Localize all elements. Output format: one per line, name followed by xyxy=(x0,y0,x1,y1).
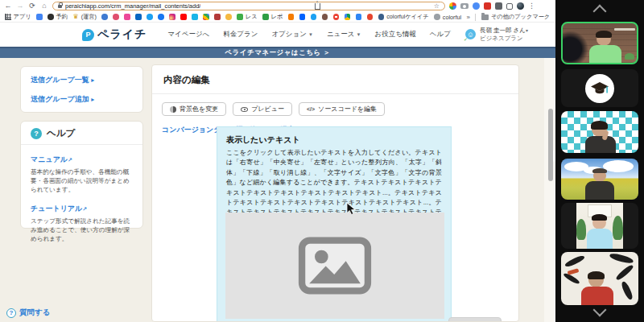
scroll-down-icon[interactable] xyxy=(593,303,607,317)
graduation-cap-icon xyxy=(590,80,609,97)
bookmark-favicon-brown[interactable] xyxy=(322,14,328,20)
forward-icon[interactable]: → xyxy=(16,2,24,10)
user-avatar: ☺ xyxy=(465,29,476,39)
home-icon[interactable]: ⌂ xyxy=(40,2,48,10)
url-text[interactable]: peraichiapp.com/crm_manager/mail_content… xyxy=(65,2,200,10)
chevron-down-icon: ▾ xyxy=(526,28,528,33)
preview-button[interactable]: プレビュー xyxy=(233,102,292,116)
bookmarks-overflow-icon[interactable]: » xyxy=(467,14,470,21)
bookmark-favicon-maps[interactable] xyxy=(333,14,340,20)
bookmark-favicon-blue-app[interactable] xyxy=(36,14,43,20)
nav-item-mypage[interactable]: マイページへ xyxy=(167,30,209,39)
user-name: 長嶺 圭一郎 さん xyxy=(480,27,526,34)
bookmark-favicon-p-pink[interactable] xyxy=(124,14,130,20)
ink-stroke xyxy=(609,252,634,264)
sidebar-item-group-add[interactable]: 送信グループ追加 ▸ xyxy=(31,94,133,105)
participant-video-6[interactable] xyxy=(561,252,638,305)
extensions-puzzle-icon[interactable] xyxy=(495,2,502,10)
plant-shape xyxy=(625,53,634,60)
chevron-down-icon: ▼ xyxy=(356,32,361,37)
participant-video-2[interactable] xyxy=(561,69,638,107)
bookmark-favicon-linkedin[interactable] xyxy=(135,14,142,20)
extension-camera-icon[interactable] xyxy=(460,3,469,9)
mouse-cursor xyxy=(346,202,356,216)
edit-source-button[interactable]: </>ソースコードを編集 xyxy=(299,102,385,116)
scrollbar-track[interactable] xyxy=(544,58,555,322)
nav-item-options[interactable]: オプション▼ xyxy=(271,30,312,39)
participant-video-4[interactable] xyxy=(561,159,638,200)
participant-head xyxy=(592,216,606,229)
bookmark-favicon-flower[interactable] xyxy=(113,14,119,20)
bookmark-favicon-bee[interactable] xyxy=(225,14,232,20)
user-plan-badge: ビジネスプラン xyxy=(480,35,528,43)
share-icon[interactable] xyxy=(315,3,320,10)
external-link-icon: ↗ xyxy=(82,206,87,213)
peraichi-logo[interactable]: P ペライチ xyxy=(82,27,147,42)
refresh-icon[interactable]: ⟳ xyxy=(28,2,36,10)
bookmark-favicon-twitter[interactable] xyxy=(147,14,153,20)
external-link-icon: ↗ xyxy=(68,157,72,163)
extension-red-icon[interactable] xyxy=(484,2,491,10)
scrollbar-thumb[interactable] xyxy=(548,109,553,181)
page-title: 内容の編集 xyxy=(152,65,518,94)
plant-shape xyxy=(613,216,623,240)
bookmark-favicon-gmail[interactable] xyxy=(203,14,209,20)
bookmark-colorful[interactable]: colorful xyxy=(434,14,461,21)
bookmark-res[interactable]: レス xyxy=(237,13,257,21)
profile-avatar[interactable] xyxy=(517,2,524,10)
participant-video-1[interactable] xyxy=(561,22,638,64)
dark-chair-shape xyxy=(561,31,588,64)
bookmark-favicon-orange[interactable] xyxy=(288,14,295,20)
nav-item-news[interactable]: ニュース▼ xyxy=(327,30,361,39)
bookmark-favicon-drive[interactable] xyxy=(345,14,351,20)
partial-button[interactable] xyxy=(448,317,502,322)
bookmark-favicon-loop[interactable] xyxy=(367,14,374,20)
change-background-button[interactable]: 背景色を変更 xyxy=(162,102,226,116)
code-icon: </> xyxy=(307,106,315,112)
bookmark-favicon-circle-blue[interactable] xyxy=(101,14,108,20)
participant-video-3[interactable] xyxy=(561,111,638,153)
bookmark-wordpress-site[interactable]: colorfulケイイチ xyxy=(378,13,429,21)
bookmark-favicon-red-badge[interactable] xyxy=(214,14,221,20)
tutorial-link[interactable]: チュートリアル↗ xyxy=(31,204,87,213)
bookmark-favicon-docs[interactable] xyxy=(356,14,362,20)
video-frame xyxy=(576,203,623,249)
bookmark-favicon-vimeo[interactable] xyxy=(192,14,198,20)
bookmark-favicon-instagram[interactable] xyxy=(169,14,175,20)
logo-disc xyxy=(585,74,614,103)
peraichi-logo-text: ペライチ xyxy=(97,27,147,42)
calendar-favicon xyxy=(47,14,54,20)
scroll-up-icon[interactable] xyxy=(593,5,607,19)
bookmark-repo[interactable]: レポ xyxy=(262,13,283,21)
back-icon[interactable]: ← xyxy=(4,2,12,10)
nav-item-help[interactable]: ヘルプ xyxy=(430,30,451,39)
sidebar-item-group-list[interactable]: 送信グループ一覧 ▸ xyxy=(31,75,133,85)
nav-item-pricing[interactable]: 料金プラン xyxy=(223,30,258,39)
manager-banner[interactable]: ペライチマネージャはこちら ＞ xyxy=(0,47,555,58)
text-editor-block[interactable]: 表示したいテキスト ここをクリックして表示したいテキストを入力してください。テキ… xyxy=(217,126,452,322)
bookmark-star-icon[interactable]: ☆ xyxy=(434,3,440,10)
bookmark-admin[interactable]: ♛(運営) xyxy=(72,13,96,21)
bookmark-favicon-bird[interactable] xyxy=(311,14,317,20)
tab-group-icon[interactable] xyxy=(506,3,513,10)
nav-item-tips[interactable]: お役立ち情報 xyxy=(374,30,415,39)
bookmark-favicon-facebook[interactable] xyxy=(158,14,164,20)
participant-video-5[interactable] xyxy=(561,203,638,249)
eye-icon xyxy=(241,107,248,112)
address-bar[interactable]: peraichiapp.com/crm_manager/mail_content… xyxy=(52,2,445,10)
image-placeholder[interactable] xyxy=(225,213,444,319)
bookmark-apps[interactable]: アプリ xyxy=(5,13,31,21)
browser-menu-icon[interactable]: ⋮ xyxy=(528,2,535,10)
bookmark-reserve[interactable]: 予約 xyxy=(47,13,68,21)
other-bookmarks[interactable]: その他のブックマーク xyxy=(481,13,550,21)
bookmark-favicon-youtube[interactable] xyxy=(180,14,187,20)
participant-head xyxy=(597,32,611,46)
extension-blue-icon[interactable] xyxy=(473,2,480,10)
participant-head xyxy=(588,273,604,287)
manual-link[interactable]: マニュアル↗ xyxy=(31,155,72,163)
extension-pinwheel-icon[interactable] xyxy=(449,2,456,10)
bookmark-favicon-dropbox[interactable] xyxy=(299,14,306,20)
folder-icon xyxy=(481,14,489,20)
user-menu[interactable]: ☺ 長嶺 圭一郎 さん▾ ビジネスプラン xyxy=(465,27,528,43)
ask-question-button[interactable]: ? 質問する xyxy=(6,308,50,318)
